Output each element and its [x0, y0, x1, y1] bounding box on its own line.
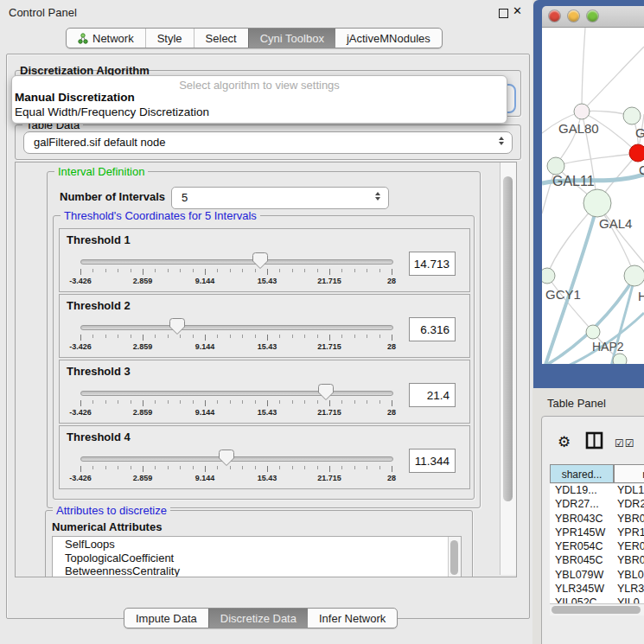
tab-jactivemnodules[interactable]: jActiveMNodules [335, 29, 442, 48]
tab-select[interactable]: Select [194, 29, 248, 48]
tab-network[interactable]: Network [67, 29, 145, 48]
network-node-c[interactable] [629, 144, 644, 162]
threshold-label: Threshold 3 [67, 365, 131, 378]
slider-track[interactable] [80, 259, 393, 265]
settings-vertical-scrollbar[interactable] [500, 163, 516, 575]
slider-tick-mark [131, 269, 131, 272]
column-checkboxes-icon[interactable]: ☑☑ [615, 437, 635, 450]
numerical-attributes-list[interactable]: SelfLoopsTopologicalCoefficientBetweenne… [52, 536, 462, 577]
network-node-gcy1[interactable] [542, 268, 555, 284]
network-node-gal4[interactable] [583, 189, 611, 217]
slider-track[interactable] [80, 456, 393, 462]
slider-thumb[interactable] [219, 450, 234, 469]
network-node-gal80[interactable] [574, 104, 590, 119]
slider-track[interactable] [80, 391, 393, 396]
network-canvas[interactable]: GAL80GACGAL11GAL4GCY1HHAP2 [542, 28, 644, 364]
table-cell: YPR145W [550, 526, 617, 539]
table-row[interactable]: YLR345WYLR3 [550, 583, 644, 596]
table-column-header[interactable]: na [614, 464, 644, 483]
zoom-traffic-light-icon[interactable] [587, 10, 598, 22]
tab-style[interactable]: Style [145, 29, 194, 48]
attribute-list-item[interactable]: BetweennessCentrality [53, 564, 461, 577]
tab-infer-network[interactable]: Infer Network [308, 609, 397, 628]
network-edge[interactable] [556, 153, 638, 166]
slider-tick-mark [143, 335, 143, 341]
number-of-intervals-spinner[interactable]: 5 [171, 187, 389, 209]
slider-thumb[interactable] [252, 252, 268, 272]
table-row[interactable]: YER054CYER0 [550, 540, 644, 554]
network-edge[interactable] [582, 28, 585, 112]
slider-tick-mark [155, 269, 156, 272]
slider-tick-label: -3.426 [61, 277, 99, 285]
slider-tick-mark [155, 400, 156, 404]
slider-tick-mark [267, 466, 268, 472]
table-row[interactable]: YBR043CYBR0 [550, 513, 644, 526]
threshold-value-field[interactable]: 14.713 [409, 252, 456, 276]
close-traffic-light-icon[interactable] [549, 10, 560, 22]
network-node-label: HAP2 [592, 340, 624, 354]
slider-tick-label: 21.715 [310, 277, 348, 285]
number-of-intervals-label: Number of Intervals [60, 190, 165, 203]
network-node-label: GAL11 [552, 174, 595, 188]
spinner-stepper-icon[interactable] [375, 192, 380, 201]
tab-label: Cyni Toolbox [260, 32, 324, 45]
slider-track[interactable] [80, 325, 393, 330]
network-edge-thick[interactable] [566, 313, 644, 364]
table-horizontal-scrollbar[interactable] [550, 603, 644, 615]
network-edge[interactable] [547, 276, 593, 332]
threshold-value-field[interactable]: 21.4 [409, 383, 456, 407]
algorithm-popup-item[interactable]: Manual Discretization [15, 91, 135, 104]
threshold-value-field[interactable]: 11.344 [409, 449, 456, 473]
slider-tick-mark [155, 335, 156, 338]
threshold-value-field[interactable]: 6.316 [409, 317, 456, 341]
slider-thumb[interactable] [169, 318, 185, 338]
thresholds-group-title: Threshold's Coordinates for 5 Intervals [61, 209, 260, 222]
table-row[interactable]: YBR045CYBR0 [550, 554, 644, 568]
algorithm-popup-item[interactable]: Equal Width/Frequency Discretization [15, 105, 209, 118]
slider-tick-mark [80, 269, 81, 275]
attribute-list-item[interactable]: SelfLoops [53, 537, 461, 551]
slider-tick-mark [279, 466, 280, 469]
attributes-list-scrollbar[interactable] [448, 537, 461, 577]
slider-tick-mark [180, 400, 181, 404]
network-node-h[interactable] [624, 265, 644, 286]
table-row[interactable]: YBL079WYBL0 [550, 569, 644, 583]
slider-tick-mark [242, 400, 243, 404]
slider-tick-mark [230, 400, 231, 404]
network-node-hap2[interactable] [586, 325, 600, 339]
network-window-titlebar[interactable] [542, 6, 644, 28]
table-row[interactable]: YPR145WYPR1 [550, 526, 644, 540]
table-cell: YLR3 [617, 583, 644, 595]
network-edge[interactable] [582, 47, 644, 112]
slider-tick-mark [92, 400, 93, 404]
combobox-stepper-icon[interactable] [499, 137, 504, 145]
table-body[interactable]: YDL19...YDL1YDR27...YDR2YBR043CYBR0YPR14… [550, 484, 644, 603]
slider-tick-mark [304, 269, 305, 272]
table-row[interactable]: YIL052CYIL0 [550, 596, 644, 603]
table-panel-window: ⚙ ☑☑ shared...na YDL19...YDL1YDR27...YDR… [541, 416, 644, 644]
gear-icon[interactable]: ⚙ [558, 433, 571, 450]
tab-cyni-toolbox[interactable]: Cyni Toolbox [248, 29, 335, 48]
network-view-window[interactable]: GAL80GACGAL11GAL4GCY1HHAP2 [533, 0, 644, 388]
network-node-ga[interactable] [623, 107, 641, 124]
attribute-list-item[interactable]: TopologicalCoefficient [53, 551, 461, 564]
threshold-label: Threshold 4 [67, 430, 131, 443]
close-icon[interactable]: ✕ [513, 4, 522, 17]
network-node-gal11[interactable] [547, 157, 564, 175]
top-tab-bar: NetworkStyleSelectCyni ToolboxjActiveMNo… [66, 28, 443, 48]
split-columns-icon[interactable] [585, 431, 603, 450]
slider-tick-mark [329, 466, 330, 472]
float-window-icon[interactable] [499, 9, 508, 18]
network-node-label: GAL80 [558, 121, 599, 136]
tab-impute-data[interactable]: Impute Data [124, 609, 208, 628]
threshold-panel: Threshold 3-3.4262.8599.14415.4321.71528… [59, 360, 470, 424]
slider-tick-mark [354, 400, 355, 404]
minimize-traffic-light-icon[interactable] [568, 10, 579, 22]
table-row[interactable]: YDL19...YDL1 [550, 484, 644, 498]
table-column-header[interactable]: shared... [550, 464, 614, 483]
tab-discretize-data[interactable]: Discretize Data [208, 609, 308, 628]
table-data-combobox[interactable]: galFiltered.sif default node [23, 131, 513, 154]
table-row[interactable]: YDR27...YDR2 [550, 498, 644, 512]
network-node[interactable] [613, 354, 627, 364]
slider-thumb[interactable] [318, 384, 334, 404]
